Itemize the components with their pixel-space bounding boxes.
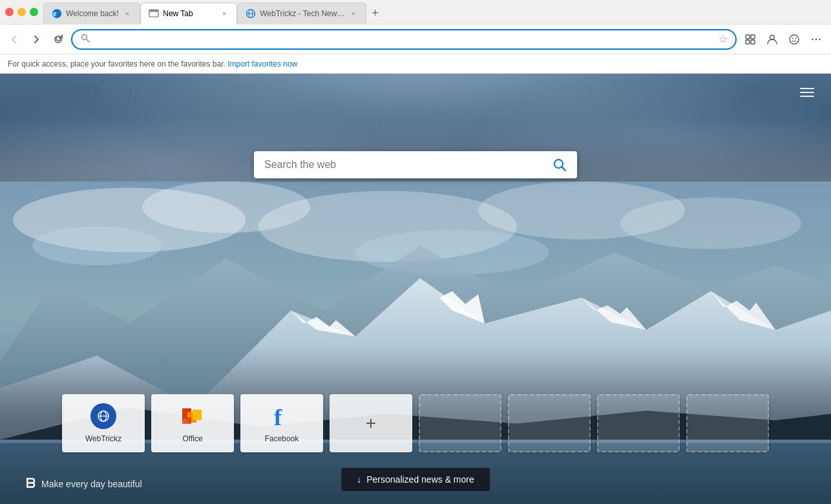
svg-rect-10 [751, 35, 755, 39]
svg-rect-12 [751, 40, 755, 44]
quick-tile-office[interactable]: Office [151, 394, 234, 452]
svg-point-17 [812, 38, 813, 39]
svg-point-14 [790, 35, 799, 44]
profile-button[interactable] [763, 31, 782, 48]
news-button[interactable]: ↓ Personalized news & more [341, 468, 490, 491]
minimize-button[interactable] [17, 8, 26, 16]
address-input[interactable] [96, 34, 713, 45]
add-icon: + [366, 413, 376, 434]
quick-links: WebTrickz Office f Facebook [62, 394, 769, 452]
search-box[interactable] [254, 151, 577, 178]
quick-tile-facebook[interactable]: f Facebook [240, 394, 323, 452]
favorites-bar: For quick access, place your favorites h… [0, 54, 831, 74]
refresh-button[interactable] [49, 32, 67, 47]
forward-button[interactable] [27, 32, 45, 47]
tab-webtrickz-label: WebTrickz - Tech News, Phone [260, 9, 345, 18]
svg-rect-3 [149, 10, 158, 12]
window-controls [5, 8, 38, 16]
bing-footer: ᗷ Make every day beautiful [26, 476, 142, 491]
back-button[interactable] [5, 32, 23, 47]
search-input[interactable] [264, 159, 546, 171]
news-button-label: Personalized news & more [366, 474, 474, 485]
svg-rect-9 [746, 35, 750, 39]
quick-tile-ghost-1[interactable] [419, 394, 501, 452]
quick-tile-office-label: Office [182, 434, 202, 443]
emoji-button[interactable] [784, 31, 804, 48]
tab-newtab-close[interactable]: × [220, 8, 229, 19]
bing-logo: ᗷ [26, 476, 35, 491]
address-input-wrap[interactable]: ☆ [71, 29, 737, 50]
tab-newtab[interactable]: New Tab × [140, 3, 237, 25]
svg-line-8 [87, 39, 89, 42]
favorites-bar-text: For quick access, place your favorites h… [8, 59, 226, 68]
svg-point-18 [815, 38, 817, 39]
svg-text:e: e [53, 10, 57, 17]
tab-strip: e Welcome back! × New Tab × [43, 0, 826, 25]
hamburger-menu-button[interactable] [796, 84, 818, 101]
search-button[interactable] [552, 158, 567, 172]
quick-tile-webtrickz-label: WebTrickz [85, 434, 121, 443]
svg-point-19 [819, 38, 820, 39]
new-tab-button[interactable]: + [366, 3, 384, 25]
search-container [254, 151, 577, 178]
webtrickz-icon [90, 403, 116, 429]
tab-welcome-close[interactable]: × [123, 8, 132, 19]
favorite-star-icon[interactable]: ☆ [719, 33, 728, 45]
tab-welcome[interactable]: e Welcome back! × [43, 3, 140, 25]
quick-tile-webtrickz[interactable]: WebTrickz [62, 394, 145, 452]
bing-tagline: Make every day beautiful [41, 479, 142, 489]
svg-line-38 [562, 167, 566, 171]
svg-point-7 [82, 34, 87, 39]
maximize-button[interactable] [30, 8, 38, 16]
svg-point-15 [792, 37, 794, 39]
svg-point-16 [795, 37, 797, 39]
hamburger-line [800, 96, 814, 97]
news-button-icon: ↓ [357, 474, 361, 485]
quick-tile-facebook-label: Facebook [265, 434, 299, 443]
quick-tile-ghost-4[interactable] [686, 394, 769, 452]
tab-webtrickz[interactable]: WebTrickz - Tech News, Phone × [237, 3, 366, 25]
address-bar-row: ☆ [0, 25, 831, 54]
hamburger-line [800, 88, 814, 89]
title-bar: e Welcome back! × New Tab × [0, 0, 831, 25]
tab-webtrickz-close[interactable]: × [349, 8, 358, 19]
toolbar-right [741, 31, 826, 48]
globe-icon [246, 8, 256, 19]
office-icon [180, 403, 205, 429]
more-button[interactable] [806, 31, 826, 48]
collections-button[interactable] [741, 31, 760, 48]
quick-tile-ghost-2[interactable] [508, 394, 591, 452]
quick-tile-add[interactable]: + [330, 394, 412, 452]
close-button[interactable] [5, 8, 14, 16]
edge-icon: e [52, 8, 62, 19]
browser-content: WebTrickz Office f Facebook [0, 74, 831, 504]
tab-newtab-label: New Tab [163, 9, 216, 18]
svg-rect-45 [193, 410, 202, 420]
import-favorites-link[interactable]: Import favorites now [227, 59, 297, 68]
search-icon-address [80, 33, 90, 46]
hamburger-line [800, 92, 814, 93]
svg-text:f: f [274, 404, 282, 429]
svg-rect-46 [182, 417, 191, 424]
newtab-icon [149, 8, 159, 19]
quick-tile-ghost-3[interactable] [597, 394, 680, 452]
facebook-icon: f [269, 403, 295, 429]
svg-rect-11 [746, 40, 750, 44]
tab-welcome-label: Welcome back! [66, 9, 119, 18]
